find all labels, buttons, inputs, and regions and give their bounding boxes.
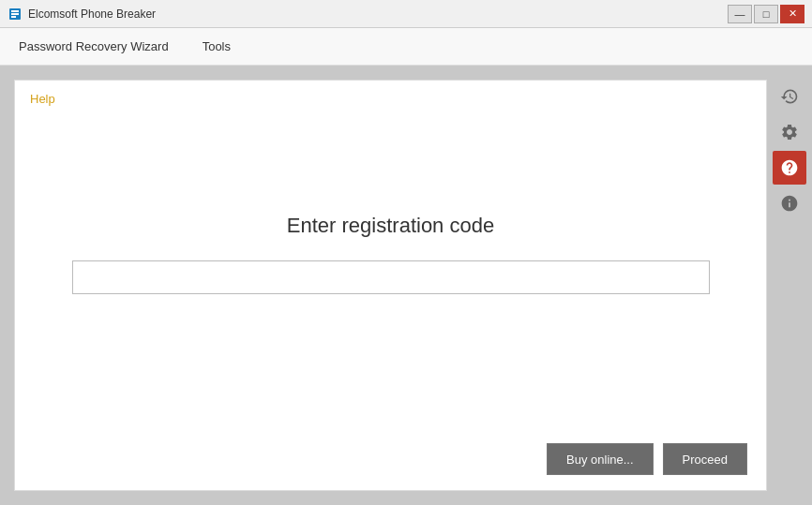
app-icon <box>8 7 23 22</box>
settings-button[interactable] <box>773 115 806 149</box>
help-link[interactable]: Help <box>15 81 766 117</box>
title-bar-left: Elcomsoft Phone Breaker <box>8 7 156 22</box>
close-button[interactable]: ✕ <box>780 5 804 23</box>
menu-item-tools[interactable]: Tools <box>195 36 238 57</box>
maximize-button[interactable]: □ <box>754 5 778 23</box>
svg-rect-1 <box>11 10 19 12</box>
center-content: Enter registration code <box>15 117 766 428</box>
minimize-button[interactable]: — <box>728 5 752 23</box>
title-controls: — □ ✕ <box>728 5 804 23</box>
help-sidebar-button[interactable] <box>773 151 806 185</box>
bottom-buttons: Buy online... Proceed <box>15 428 766 490</box>
main-wrapper: Help Enter registration code Buy online.… <box>0 66 812 505</box>
title-bar: Elcomsoft Phone Breaker — □ ✕ <box>0 0 812 28</box>
content-panel: Help Enter registration code Buy online.… <box>14 80 767 491</box>
right-sidebar <box>767 66 812 505</box>
window-title: Elcomsoft Phone Breaker <box>28 7 156 21</box>
buy-online-button[interactable]: Buy online... <box>547 443 654 475</box>
svg-rect-2 <box>11 13 19 15</box>
info-button[interactable] <box>773 186 806 220</box>
menu-bar: Password Recovery Wizard Tools <box>0 28 812 66</box>
proceed-button[interactable]: Proceed <box>663 443 747 475</box>
menu-item-password-recovery-wizard[interactable]: Password Recovery Wizard <box>11 36 176 57</box>
svg-rect-3 <box>11 16 16 18</box>
registration-code-input[interactable] <box>72 260 710 294</box>
registration-title: Enter registration code <box>287 214 494 238</box>
history-button[interactable] <box>773 80 806 113</box>
